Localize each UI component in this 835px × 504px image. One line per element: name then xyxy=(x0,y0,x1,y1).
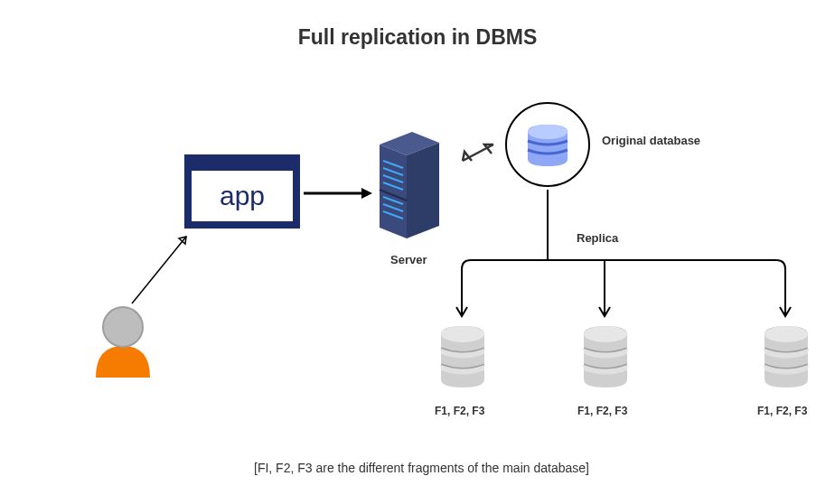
arrows-db-to-replicas xyxy=(434,186,813,331)
svg-point-18 xyxy=(528,125,568,139)
user-icon xyxy=(87,296,159,378)
diagram-caption: [FI, F2, F3 are the different fragments … xyxy=(254,461,589,475)
server-label: Server xyxy=(390,253,427,266)
svg-point-24 xyxy=(441,326,484,342)
original-database-icon xyxy=(502,99,593,190)
replica-db-icon-3 xyxy=(759,322,813,392)
svg-line-16 xyxy=(463,145,493,161)
replica-fragments-3: F1, F2, F3 xyxy=(757,405,807,417)
svg-point-0 xyxy=(103,307,143,347)
arrow-server-db-bidirectional xyxy=(452,135,506,172)
replica-fragments-2: F1, F2, F3 xyxy=(577,405,627,417)
replica-fragments-1: F1, F2, F3 xyxy=(435,405,484,417)
arrow-user-to-app xyxy=(128,226,201,307)
app-monitor: app xyxy=(184,154,300,229)
replica-db-icon-2 xyxy=(578,322,633,392)
arrow-app-to-server xyxy=(302,184,374,202)
replica-db-icon-1 xyxy=(436,322,490,392)
diagram-title: Full replication in DBMS xyxy=(0,25,835,50)
svg-point-26 xyxy=(765,326,808,342)
app-label: app xyxy=(192,171,293,221)
original-database-label: Original database xyxy=(602,134,700,147)
svg-point-25 xyxy=(584,326,627,342)
svg-line-1 xyxy=(132,237,186,303)
